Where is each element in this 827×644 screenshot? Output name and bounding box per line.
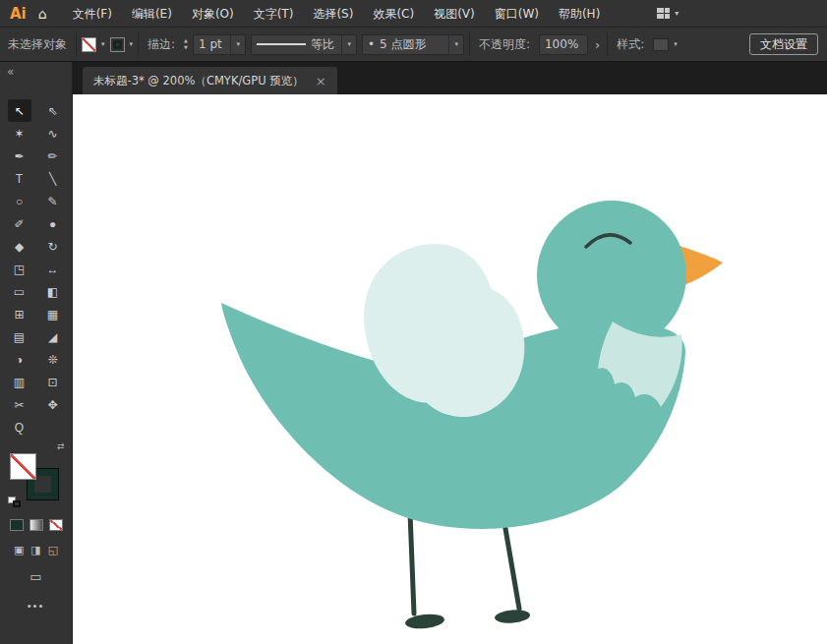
slice-tool[interactable]: ✂: [8, 393, 31, 416]
artboard-tool[interactable]: ⊡: [41, 371, 65, 393]
column-graph-tool-icon: ▥: [14, 376, 25, 389]
line-segment-tool[interactable]: ╲: [41, 167, 65, 190]
menu-item-6[interactable]: 视图(V): [424, 0, 485, 28]
bird-left-leg[interactable]: [410, 512, 414, 614]
curvature-tool-icon: ✏: [47, 149, 57, 163]
ellipse-tool-icon: ○: [16, 195, 23, 208]
menu-item-8[interactable]: 帮助(H): [549, 0, 610, 28]
document-setup-button[interactable]: 文档设置: [749, 33, 818, 55]
artboard-canvas[interactable]: [73, 94, 827, 644]
column-graph-tool[interactable]: ▥: [8, 371, 31, 393]
menu-item-0[interactable]: 文件(F): [63, 0, 122, 28]
scale-tool[interactable]: ◳: [8, 258, 31, 280]
chevron-down-icon[interactable]: ▾: [448, 35, 458, 54]
menu-item-1[interactable]: 编辑(E): [122, 0, 182, 28]
paintbrush-tool[interactable]: ✎: [41, 190, 65, 212]
profile-label: 等比: [311, 36, 334, 53]
bird-right-foot[interactable]: [495, 609, 531, 624]
draw-inside-mode-button[interactable]: ◱: [48, 544, 58, 556]
brush-dot-icon: •: [368, 37, 375, 51]
magic-wand-tool-icon: ✶: [14, 127, 24, 141]
separator: [76, 32, 77, 56]
separator: [469, 32, 470, 56]
menu-item-3[interactable]: 文字(T): [244, 0, 304, 28]
mesh-tool[interactable]: ▦: [41, 303, 65, 325]
scale-tool-icon: ◳: [14, 263, 25, 276]
hand-tool[interactable]: ✥: [41, 393, 65, 416]
home-icon[interactable]: ⌂: [36, 6, 63, 22]
lasso-tool-icon: ∿: [47, 127, 57, 141]
bird-left-foot[interactable]: [404, 613, 444, 630]
eyedropper-tool[interactable]: ◢: [41, 325, 65, 348]
width-tool[interactable]: ↔: [41, 258, 65, 280]
brush-definition-dropdown[interactable]: • 5 点圆形 ▾: [362, 34, 464, 55]
gradient-tool[interactable]: ▤: [8, 325, 31, 348]
stroke-weight-stepper[interactable]: ▲ ▼: [184, 38, 188, 50]
gradient-tool-icon: ▤: [14, 330, 25, 344]
app-logo: Ai: [0, 5, 36, 23]
free-transform-tool[interactable]: ▭: [8, 280, 31, 303]
opacity-field[interactable]: 100%: [539, 34, 588, 55]
bird-legs[interactable]: [404, 512, 530, 630]
chevron-down-icon[interactable]: ▾: [341, 35, 351, 54]
stroke-weight-value: 1 pt: [199, 37, 222, 51]
apply-color-button[interactable]: [10, 519, 24, 531]
style-swatch[interactable]: [653, 38, 669, 51]
fill-color-swatch[interactable]: [82, 37, 96, 52]
symbol-sprayer-tool[interactable]: ❊: [41, 348, 65, 371]
shape-builder-tool[interactable]: ◧: [41, 280, 65, 303]
more-tools-button[interactable]: •••: [28, 600, 45, 612]
chevron-down-icon[interactable]: ▾: [130, 40, 134, 48]
fill-stroke-indicator: ⇄: [8, 450, 65, 503]
shaper-tool[interactable]: ✐: [8, 212, 31, 235]
menu-item-5[interactable]: 效果(C): [363, 0, 424, 28]
eraser-tool[interactable]: ◆: [8, 235, 31, 258]
chevron-down-icon[interactable]: ▾: [230, 35, 240, 54]
menu-item-2[interactable]: 对象(O): [182, 0, 244, 28]
stroke-color-swatch[interactable]: [110, 37, 125, 52]
type-tool[interactable]: T: [8, 167, 31, 190]
slice-tool-icon: ✂: [14, 398, 24, 412]
document-tab[interactable]: 未标题-3* @ 200%（CMYK/GPU 预览） ×: [83, 67, 337, 94]
workspace-switcher[interactable]: ▾: [657, 8, 679, 19]
close-icon[interactable]: ×: [316, 74, 326, 88]
lasso-tool[interactable]: ∿: [41, 122, 65, 145]
toolbar-collapse-button[interactable]: «: [0, 62, 73, 94]
zoom-tool[interactable]: Q: [8, 416, 31, 439]
bird-illustration[interactable]: [73, 94, 827, 644]
swap-fill-stroke-icon[interactable]: ⇄: [57, 441, 65, 451]
draw-normal-mode-button[interactable]: ▣: [14, 544, 24, 556]
blend-tool[interactable]: ◑: [8, 348, 31, 371]
menu-item-7[interactable]: 窗口(W): [485, 0, 549, 28]
curvature-tool[interactable]: ✏: [41, 145, 65, 167]
width-tool-icon: ↔: [47, 263, 59, 276]
eyedropper-tool-icon: ◢: [48, 330, 57, 344]
apply-none-button[interactable]: [49, 519, 63, 531]
apply-gradient-button[interactable]: [30, 519, 43, 531]
free-transform-tool-icon: ▭: [14, 285, 25, 299]
draw-behind-mode-button[interactable]: ◨: [30, 544, 40, 556]
menu-item-4[interactable]: 选择(S): [303, 0, 363, 28]
perspective-grid-tool[interactable]: ⊞: [8, 303, 31, 325]
selection-tool[interactable]: ↖: [8, 99, 31, 122]
chevron-down-icon[interactable]: ▾: [101, 40, 105, 48]
stepper-up-icon[interactable]: ▲: [184, 38, 188, 43]
default-fill-stroke-icon[interactable]: [8, 497, 21, 507]
stroke-weight-field[interactable]: 1 pt ▾: [193, 34, 246, 55]
pen-tool[interactable]: ✒: [8, 145, 31, 167]
rotate-tool[interactable]: ↻: [41, 235, 65, 258]
ellipse-tool[interactable]: ○: [8, 190, 31, 212]
stepper-down-icon[interactable]: ▼: [184, 45, 188, 50]
bird-right-leg[interactable]: [503, 517, 519, 609]
workspace-grid-icon: [657, 8, 670, 19]
screen-mode-button[interactable]: ▭: [30, 569, 41, 584]
magic-wand-tool[interactable]: ✶: [8, 122, 31, 145]
pen-tool-icon: ✒: [14, 149, 24, 163]
opacity-panel-arrow-icon[interactable]: ›: [593, 37, 602, 52]
tool-grid: ↖⇖✶∿✒✏T╲○✎✐●◆↻◳↔▭◧⊞▦▤◢◑❊▥⊡✂✥Q: [8, 99, 65, 439]
blob-brush-tool[interactable]: ●: [41, 212, 65, 235]
chevron-down-icon[interactable]: ▾: [674, 40, 678, 48]
width-profile-dropdown[interactable]: 等比 ▾: [251, 34, 357, 55]
fill-indicator[interactable]: [10, 453, 36, 480]
direct-selection-tool[interactable]: ⇖: [41, 99, 65, 122]
